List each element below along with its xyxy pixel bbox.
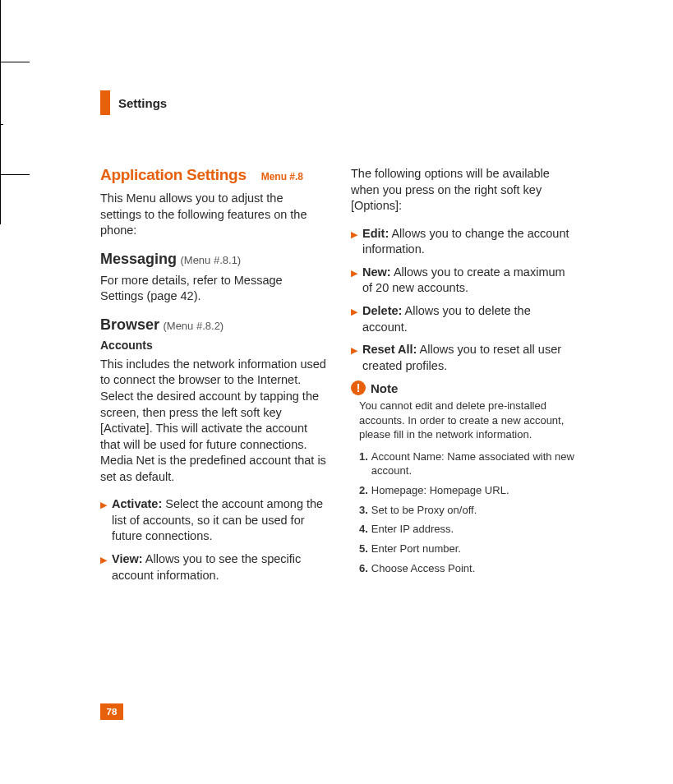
step-text: Enter Port number. (371, 542, 461, 556)
note-title: Note (371, 381, 398, 395)
step-num: 6. (359, 562, 368, 576)
section-menu-ref: Menu #.8 (261, 171, 303, 182)
list-item: ▶ New: Allows you to create a maximum of… (351, 265, 577, 297)
messaging-heading-row: Messaging (Menu #.8.1) (100, 251, 326, 268)
messaging-text: For more details, refer to Message Setti… (100, 273, 326, 305)
step-num: 1. (359, 450, 368, 478)
browser-ref: (Menu #.8.2) (163, 320, 224, 332)
section-heading-row: Application Settings Menu #.8 (100, 166, 326, 184)
accounts-text: This includes the network information us… (100, 357, 326, 486)
step-text: Homepage: Homepage URL. (371, 484, 509, 498)
chapter-header: Settings (100, 90, 577, 115)
step-text: Enter IP address. (371, 523, 454, 537)
list-item: 5.Enter Port number. (359, 542, 577, 556)
step-text: Account Name: Name associated with new a… (371, 450, 577, 478)
bullet-term: Edit: (362, 227, 389, 240)
left-bullet-list: ▶ Activate: Select the account among the… (100, 496, 326, 583)
section-intro: This Menu allows you to adjust the setti… (100, 191, 326, 239)
left-column: Application Settings Menu #.8 This Menu … (100, 166, 326, 590)
right-bullet-list: ▶ Edit: Allows you to change the account… (351, 226, 577, 375)
step-num: 3. (359, 504, 368, 518)
browser-heading-row: Browser (Menu #.8.2) (100, 316, 326, 334)
chapter-title: Settings (118, 96, 167, 110)
triangle-icon: ▶ (100, 551, 107, 583)
list-item: ▶ Reset All: Allows you to reset all use… (351, 342, 577, 374)
bullet-term: View: (112, 552, 143, 565)
messaging-ref: (Menu #.8.1) (180, 254, 241, 266)
note-text: You cannot edit and delete pre-installed… (359, 399, 577, 442)
list-item: ▶ Delete: Allows you to delete the accou… (351, 303, 577, 335)
page-number: 78 (100, 703, 123, 720)
step-num: 4. (359, 523, 368, 537)
list-item: 3.Set to be Proxy on/off. (359, 504, 577, 518)
accounts-heading: Accounts (100, 339, 326, 352)
bullet-term: Reset All: (362, 343, 417, 356)
list-item: 2.Homepage: Homepage URL. (359, 484, 577, 498)
bullet-desc: Allows you to create a maximum of 20 new… (362, 265, 565, 295)
list-item: 1.Account Name: Name associated with new… (359, 450, 577, 478)
messaging-heading: Messaging (100, 251, 177, 267)
triangle-icon: ▶ (351, 226, 357, 258)
step-num: 5. (359, 542, 368, 556)
step-text: Choose Access Point. (371, 562, 475, 576)
note-header: ! Note (351, 380, 577, 395)
triangle-icon: ▶ (351, 303, 357, 335)
list-item: ▶ Activate: Select the account among the… (100, 496, 326, 545)
list-item: 4.Enter IP address. (359, 523, 577, 537)
list-item: 6.Choose Access Point. (359, 562, 577, 576)
chapter-marker (100, 90, 110, 115)
section-title: Application Settings (100, 166, 247, 184)
bullet-term: Delete: (362, 304, 402, 317)
list-item: ▶ Edit: Allows you to change the account… (351, 226, 577, 258)
triangle-icon: ▶ (100, 496, 107, 545)
note-icon: ! (351, 380, 366, 395)
bullet-term: Activate: (112, 497, 162, 510)
right-column: The following options will be available … (351, 166, 577, 590)
step-num: 2. (359, 484, 368, 498)
right-intro: The following options will be available … (351, 166, 577, 214)
bullet-term: New: (362, 265, 391, 279)
list-item: ▶ View: Allows you to see the specific a… (100, 551, 326, 583)
triangle-icon: ▶ (351, 342, 357, 374)
bullet-desc: Allows you to change the account informa… (362, 227, 569, 256)
triangle-icon: ▶ (351, 265, 357, 297)
browser-heading: Browser (100, 316, 159, 333)
step-text: Set to be Proxy on/off. (371, 504, 477, 518)
note-steps: 1.Account Name: Name associated with new… (359, 450, 577, 576)
page-content: Settings Application Settings Menu #.8 T… (100, 90, 577, 590)
